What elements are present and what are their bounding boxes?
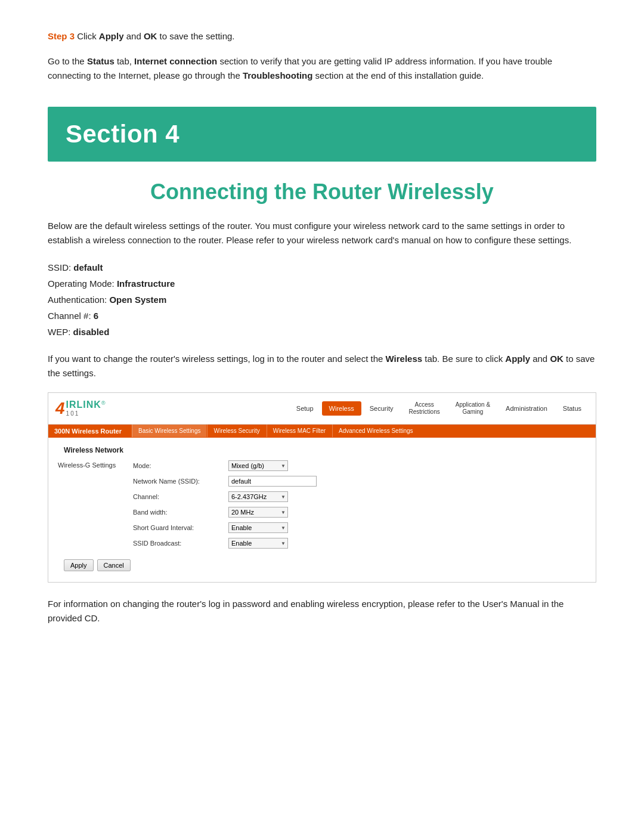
logo-irlink-text: IRLINK®	[66, 400, 106, 410]
mode-field-label: Mode:	[133, 462, 228, 469]
guard-interval-select[interactable]: Enable	[228, 522, 288, 533]
router-logo: 4 IRLINK® 101	[55, 400, 115, 417]
mode-value: Infrastructure	[117, 278, 175, 289]
mode-row: Mode: Mixed (g/b)	[133, 460, 317, 471]
step3-rest: to save the setting.	[157, 31, 234, 41]
page-title: Connecting the Router Wirelessly	[48, 179, 596, 205]
ssid-broadcast-control: Enable	[228, 538, 288, 549]
sub-tab-advanced[interactable]: Advanced Wireless Settings	[332, 425, 419, 437]
cancel-button[interactable]: Cancel	[97, 559, 131, 571]
button-row: Apply Cancel	[58, 553, 586, 574]
sub-nav: 300N Wireless Router Basic Wireless Sett…	[48, 425, 596, 438]
router-model-name: 300N Wireless Router	[54, 425, 132, 438]
ssid-broadcast-select[interactable]: Enable	[228, 538, 288, 549]
router-header: 4 IRLINK® 101 Setup Wireless Security Ac…	[48, 393, 596, 425]
bandwidth-row: Band width: 20 MHz	[133, 507, 317, 518]
bandwidth-select[interactable]: 20 MHz	[228, 507, 288, 518]
channel-row: Channel: 6-2.437GHz	[133, 491, 317, 502]
channel-label: Channel #:	[48, 311, 91, 321]
sub-tab-basic[interactable]: Basic Wireless Settings	[132, 425, 206, 437]
status-bold: Status	[87, 56, 114, 66]
mode-select-wrapper[interactable]: Mixed (g/b)	[228, 460, 288, 471]
section-banner-title: Section 4	[66, 120, 578, 148]
channel-setting: Channel #: 6	[48, 308, 596, 324]
guard-interval-label: Short Guard Interval:	[133, 524, 228, 531]
sub-nav-tabs: Basic Wireless Settings Wireless Securit…	[132, 425, 419, 437]
wireless-ok-ref: OK	[550, 354, 564, 364]
wep-setting: WEP: disabled	[48, 324, 596, 340]
channel-control: 6-2.437GHz	[228, 491, 288, 502]
step3-and1: and	[124, 31, 144, 41]
auth-setting: Authentication: Open System	[48, 292, 596, 308]
wireless-tab-ref: Wireless	[386, 354, 423, 364]
guard-interval-row: Short Guard Interval: Enable	[133, 522, 317, 533]
mode-select[interactable]: Mixed (g/b)	[228, 460, 288, 471]
mode-setting: Operating Mode: Infrastructure	[48, 275, 596, 292]
ssid-setting: SSID: default	[48, 259, 596, 275]
logo-four: 4	[55, 400, 65, 417]
channel-value: 6	[94, 311, 98, 321]
wep-value: disabled	[73, 327, 110, 337]
nav-tab-setup[interactable]: Setup	[289, 401, 321, 416]
sub-tab-mac[interactable]: Wireless MAC Filter	[267, 425, 332, 437]
channel-select[interactable]: 6-2.437GHz	[228, 491, 288, 502]
ssid-value: default	[73, 262, 103, 272]
ssid-broadcast-select-wrapper[interactable]: Enable	[228, 538, 288, 549]
nav-tab-administration[interactable]: Administration	[499, 401, 555, 416]
bandwidth-control: 20 MHz	[228, 507, 288, 518]
nav-tab-application[interactable]: Application &Gaming	[448, 398, 497, 419]
ssid-field-label: Network Name (SSID):	[133, 478, 228, 485]
step3-paragraph: Step 3 Click Apply and OK to save the se…	[48, 30, 596, 44]
internet-connection-bold: Internet connection	[134, 56, 217, 66]
wireless-apply-ref: Apply	[505, 354, 530, 364]
form-fields: Mode: Mixed (g/b) Network Name (SSID):	[133, 460, 317, 553]
nav-tabs: Setup Wireless Security AccessRestrictio…	[127, 398, 589, 419]
step3-text1: Click	[75, 31, 99, 41]
router-content: Wireless Network Wireless-G Settings Mod…	[48, 438, 596, 582]
channel-field-label: Channel:	[133, 493, 228, 500]
guard-interval-control: Enable	[228, 522, 288, 533]
nav-tab-security[interactable]: Security	[363, 401, 401, 416]
subsection-label: Wireless-G Settings	[58, 460, 123, 553]
ssid-broadcast-label: SSID Broadcast:	[133, 540, 228, 547]
apply-button[interactable]: Apply	[64, 559, 94, 571]
mode-label: Operating Mode:	[48, 278, 114, 289]
logo-irlink: IRLINK® 101	[66, 400, 106, 417]
section-banner: Section 4	[48, 107, 596, 162]
ssid-control	[228, 476, 317, 487]
info-paragraph: Go to the Status tab, Internet connectio…	[48, 54, 596, 83]
nav-tab-status[interactable]: Status	[556, 401, 589, 416]
wireless-note: If you want to change the router's wirel…	[48, 352, 596, 380]
nav-tab-wireless[interactable]: Wireless	[322, 401, 361, 416]
sub-tab-security[interactable]: Wireless Security	[207, 425, 265, 437]
ssid-label: SSID:	[48, 262, 71, 272]
mode-control: Mixed (g/b)	[228, 460, 288, 471]
wireless-form-area: Wireless-G Settings Mode: Mixed (g/b)	[58, 460, 586, 553]
step3-apply: Apply	[99, 31, 124, 41]
troubleshooting-bold: Troubleshooting	[243, 70, 313, 80]
ssid-row: Network Name (SSID):	[133, 476, 317, 487]
ssid-broadcast-row: SSID Broadcast: Enable	[133, 538, 317, 549]
bandwidth-field-label: Band width:	[133, 509, 228, 516]
step3-ok: OK	[144, 31, 157, 41]
nav-tab-access[interactable]: AccessRestrictions	[401, 398, 447, 419]
wireless-network-heading: Wireless Network	[58, 446, 586, 454]
description-paragraph: Below are the default wireless settings …	[48, 219, 596, 247]
footer-note: For information on changing the router's…	[48, 597, 596, 625]
auth-value: Open System	[109, 295, 166, 305]
logo-sub: 101	[66, 410, 106, 417]
wep-label: WEP:	[48, 327, 70, 337]
auth-label: Authentication:	[48, 295, 107, 305]
ssid-input[interactable]	[228, 476, 317, 487]
settings-list: SSID: default Operating Mode: Infrastruc…	[48, 259, 596, 340]
bandwidth-select-wrapper[interactable]: 20 MHz	[228, 507, 288, 518]
guard-interval-select-wrapper[interactable]: Enable	[228, 522, 288, 533]
channel-select-wrapper[interactable]: 6-2.437GHz	[228, 491, 288, 502]
router-ui-mockup: 4 IRLINK® 101 Setup Wireless Security Ac…	[48, 392, 596, 583]
step3-label: Step 3	[48, 31, 75, 41]
